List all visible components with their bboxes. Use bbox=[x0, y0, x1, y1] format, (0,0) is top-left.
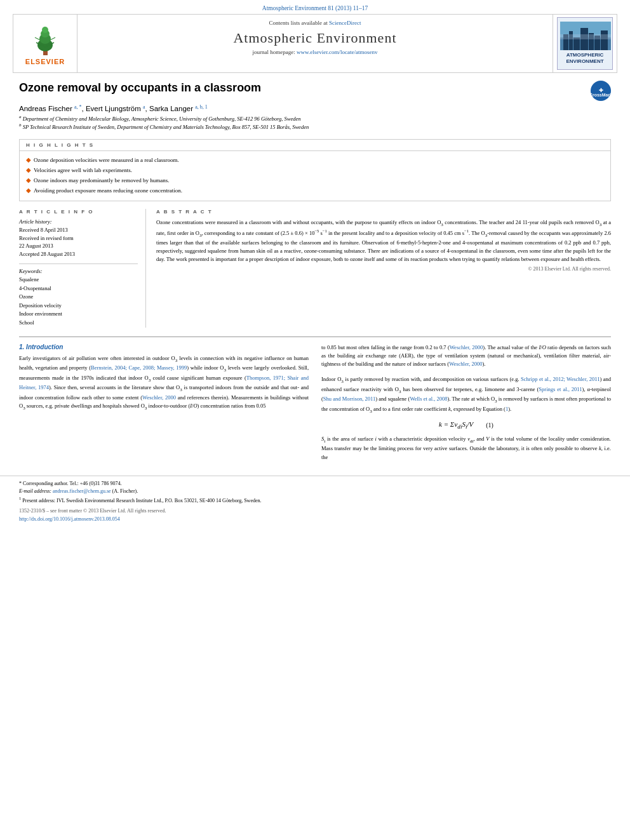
equation-1-text: k = ΣvdiSi/V bbox=[439, 420, 473, 430]
affiliations: a Department of Chemistry and Molecular … bbox=[19, 114, 611, 131]
cite-bernstein[interactable]: Bernstein, 2004; Cape, 2008; Massey, 199… bbox=[91, 364, 187, 371]
intro-para1: Early investigators of air pollution wer… bbox=[19, 354, 309, 412]
highlight-bullet-1: ◆ bbox=[26, 155, 31, 165]
cite-wells[interactable]: Wells et al., 2008 bbox=[410, 396, 447, 402]
sciencedirect-label: Contents lists available at ScienceDirec… bbox=[269, 20, 361, 26]
elsevier-wordmark: ELSEVIER bbox=[25, 58, 65, 65]
svg-point-4 bbox=[42, 27, 48, 33]
keyword-school: School bbox=[19, 319, 138, 328]
body-right-col: to 0.85 but most often falling in the ra… bbox=[321, 343, 611, 462]
keyword-deposition: Deposition velocity bbox=[19, 302, 138, 310]
revised-date: Received in revised form22 August 2013 bbox=[19, 234, 138, 251]
highlight-3: ◆ Ozone indoors may predominantly be rem… bbox=[26, 175, 604, 185]
equation-1-number: (1) bbox=[486, 422, 493, 429]
article-title: Ozone removal by occupants in a classroo… bbox=[19, 81, 261, 95]
highlight-1: ◆ Ozone deposition velocities were measu… bbox=[26, 155, 604, 165]
journal-ref-text: Atmospheric Environment 81 (2013) 11–17 bbox=[262, 5, 368, 11]
cite-schripp[interactable]: Schripp et al., 2012; Weschler, 2011 bbox=[521, 376, 600, 382]
crossmark-badge[interactable]: ✚ CrossMark bbox=[591, 81, 611, 101]
info-divider bbox=[19, 263, 138, 264]
footnote-email: E-mail address: andreas.fischer@chem.gu.… bbox=[19, 488, 611, 495]
intro-para2: to 0.85 but most often falling in the ra… bbox=[321, 343, 611, 369]
received-date: Received 8 April 2013 bbox=[19, 226, 138, 234]
keyword-ozone: Ozone bbox=[19, 293, 138, 302]
page: Atmospheric Environment 81 (2013) 11–17 bbox=[0, 0, 630, 522]
article-info-column: A R T I C L E I N F O Article history: R… bbox=[19, 209, 146, 328]
abstract-label: A B S T R A C T bbox=[156, 209, 611, 215]
cite-weschler2000-2[interactable]: Weschler, 2000 bbox=[450, 344, 483, 350]
authors-line: Andreas Fischer a, *, Evert Ljungström a… bbox=[19, 104, 611, 112]
affiliation-a: a Department of Chemistry and Molecular … bbox=[19, 114, 611, 123]
copyright-notice: © 2013 Elsevier Ltd. All rights reserved… bbox=[156, 266, 611, 272]
affiliation-b: b SP Technical Research Institute of Swe… bbox=[19, 123, 611, 131]
journal-cover-box: ATMOSPHERIC ENVIRONMENT bbox=[557, 17, 613, 70]
highlights-label: H I G H L I G H T S bbox=[20, 140, 610, 151]
cite-weschler2000[interactable]: Weschler, 2000 bbox=[142, 394, 176, 401]
elsevier-tree-icon bbox=[23, 22, 67, 57]
svg-rect-12 bbox=[569, 31, 573, 50]
journal-homepage: journal homepage: www.elsevier.com/locat… bbox=[253, 49, 378, 55]
keywords-label: Keywords: bbox=[19, 268, 138, 274]
keywords-section: Keywords: Squalene 4-Oxopentanal Ozone D… bbox=[19, 268, 138, 328]
journal-header-center: Contents lists available at ScienceDirec… bbox=[77, 15, 553, 72]
keyword-squalene: Squalene bbox=[19, 276, 138, 284]
cite-springs[interactable]: Springs et al., 2011 bbox=[539, 386, 582, 392]
svg-rect-18 bbox=[560, 34, 611, 39]
cite-shu[interactable]: Shu and Morrison, 2011 bbox=[323, 396, 375, 402]
main-content: Ozone removal by occupants in a classroo… bbox=[0, 73, 630, 469]
journal-cover-area: ATMOSPHERIC ENVIRONMENT bbox=[553, 15, 617, 72]
intro-heading: 1. Introduction bbox=[19, 343, 309, 350]
highlight-4: ◆ Avoiding product exposure means reduci… bbox=[26, 185, 604, 196]
keyword-indoor: Indoor environment bbox=[19, 310, 138, 319]
atmos-env-line2: ENVIRONMENT bbox=[560, 58, 610, 65]
journal-url[interactable]: www.elsevier.com/locate/atmosenv bbox=[297, 49, 377, 55]
highlight-2: ◆ Velocities agree well with lab experim… bbox=[26, 165, 604, 175]
journal-title: Atmospheric Environment bbox=[233, 30, 396, 46]
intro-para3: Indoor O3 is partly removed by reaction … bbox=[321, 375, 611, 415]
svg-rect-17 bbox=[601, 30, 608, 50]
article-info-abstract: A R T I C L E I N F O Article history: R… bbox=[19, 209, 611, 328]
history-label: Article history: bbox=[19, 218, 138, 225]
body-text-area: 1. Introduction Early investigators of a… bbox=[19, 343, 611, 462]
issn-line: 1352-2310/$ – see front matter © 2013 El… bbox=[19, 508, 611, 514]
doi-line: http://dx.doi.org/10.1016/j.atmosenv.201… bbox=[19, 516, 611, 522]
journal-header: ELSEVIER Contents lists available at Sci… bbox=[13, 14, 617, 73]
highlight-bullet-3: ◆ bbox=[26, 175, 31, 185]
main-section-divider bbox=[19, 337, 611, 337]
article-history: Article history: Received 8 April 2013 R… bbox=[19, 218, 138, 258]
atmos-env-line1: ATMOSPHERIC bbox=[560, 52, 610, 58]
sciencedirect-link[interactable]: ScienceDirect bbox=[329, 20, 361, 26]
elsevier-logo-area: ELSEVIER bbox=[13, 15, 77, 72]
cite-eq1[interactable]: 1 bbox=[506, 406, 508, 412]
elsevier-logo: ELSEVIER bbox=[23, 22, 67, 65]
highlights-body: ◆ Ozone deposition velocities were measu… bbox=[20, 151, 610, 201]
journal-cover-image bbox=[560, 22, 611, 50]
journal-reference: Atmospheric Environment 81 (2013) 11–17 bbox=[0, 0, 630, 14]
keyword-4oxopentanal: 4-Oxopentanal bbox=[19, 284, 138, 293]
cite-thompson[interactable]: Thompson, 1971; Shair and Heitner, 1974 bbox=[19, 375, 309, 391]
highlight-bullet-4: ◆ bbox=[26, 185, 31, 196]
highlights-section: H I G H L I G H T S ◆ Ozone deposition v… bbox=[19, 139, 611, 201]
email-link[interactable]: andreas.fischer@chem.gu.se bbox=[53, 488, 111, 494]
footnote-corresponding: * Corresponding author. Tel.: +46 (0)31 … bbox=[19, 480, 611, 488]
footnote-present-address: 1 Present address: IVL Swedish Environme… bbox=[19, 495, 611, 505]
body-left-col: 1. Introduction Early investigators of a… bbox=[19, 343, 309, 462]
intro-para4: Si is the area of surface i with a chara… bbox=[321, 435, 611, 462]
page-footer: * Corresponding author. Tel.: +46 (0)31 … bbox=[0, 476, 630, 523]
author-fischer: Andreas Fischer bbox=[19, 105, 74, 113]
accepted-date: Accepted 28 August 2013 bbox=[19, 250, 138, 258]
highlight-bullet-2: ◆ bbox=[26, 165, 31, 175]
doi-link[interactable]: http://dx.doi.org/10.1016/j.atmosenv.201… bbox=[19, 516, 120, 522]
title-row: Ozone removal by occupants in a classroo… bbox=[19, 81, 611, 102]
abstract-column: A B S T R A C T Ozone concentrations wer… bbox=[156, 209, 611, 328]
equation-1-area: k = ΣvdiSi/V (1) bbox=[321, 420, 611, 430]
abstract-text: Ozone concentrations were measured in a … bbox=[156, 218, 611, 263]
article-info-label: A R T I C L E I N F O bbox=[19, 209, 138, 215]
cite-weschler2000-3[interactable]: Weschler, 2000 bbox=[449, 361, 482, 367]
footnotes: * Corresponding author. Tel.: +46 (0)31 … bbox=[19, 480, 611, 505]
